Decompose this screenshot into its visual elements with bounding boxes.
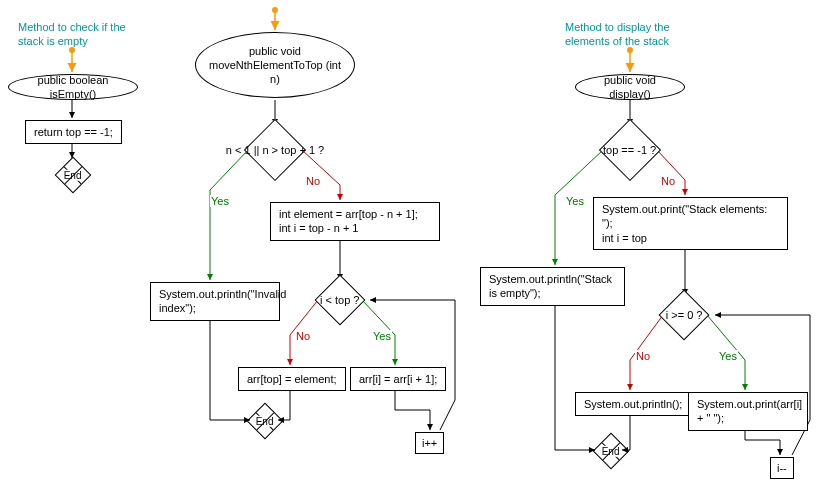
label-no-4: No (635, 350, 651, 362)
label-yes-3: Yes (565, 195, 585, 207)
stmt-print-arr: System.out.print(arr[i] + " "); (688, 392, 808, 431)
stmt-println: System.out.println(); (575, 392, 691, 416)
label-yes-4: Yes (718, 350, 738, 362)
cond-i-lt-top: i < top ? (315, 275, 366, 326)
svg-point-10 (272, 7, 278, 13)
label-no-1: No (305, 175, 321, 187)
stmt-i-inc: i++ (415, 432, 444, 454)
label-no-2: No (295, 330, 311, 342)
start-display: public void display() (575, 74, 685, 100)
stmt-element-assign: int element = arr[top - n + 1]; int i = … (270, 202, 440, 241)
caption-isempty: Method to check if the stack is empty (18, 20, 148, 49)
cond-i-ge-0: i >= 0 ? (659, 290, 710, 341)
start-isempty: public boolean isEmpty() (8, 74, 138, 100)
stmt-arr-shift: arr[i] = arr[i + 1]; (350, 367, 446, 391)
end-display: End (593, 433, 630, 470)
cond-n-range: n < 1 || n > top + 1 ? (244, 119, 306, 181)
label-no-3: No (660, 175, 676, 187)
stmt-i-dec: i-- (770, 457, 794, 479)
start-moventh: public void moveNthElementToTop (int n) (195, 32, 355, 98)
stmt-return-top: return top == -1; (25, 120, 122, 144)
label-yes-1: Yes (210, 195, 230, 207)
end-isempty: End (55, 157, 92, 194)
end-moventh: End (247, 403, 284, 440)
stmt-stack-elements: System.out.print("Stack elements: "); in… (593, 197, 788, 250)
caption-display: Method to display the elements of the st… (565, 20, 705, 49)
cond-top-neg1: top == -1 ? (599, 119, 661, 181)
label-yes-2: Yes (372, 330, 392, 342)
stmt-stack-empty: System.out.println("Stack is empty"); (480, 267, 625, 306)
stmt-arr-top-assign: arr[top] = element; (238, 367, 346, 391)
stmt-invalid-index: System.out.println("Invalid index"); (150, 282, 280, 321)
